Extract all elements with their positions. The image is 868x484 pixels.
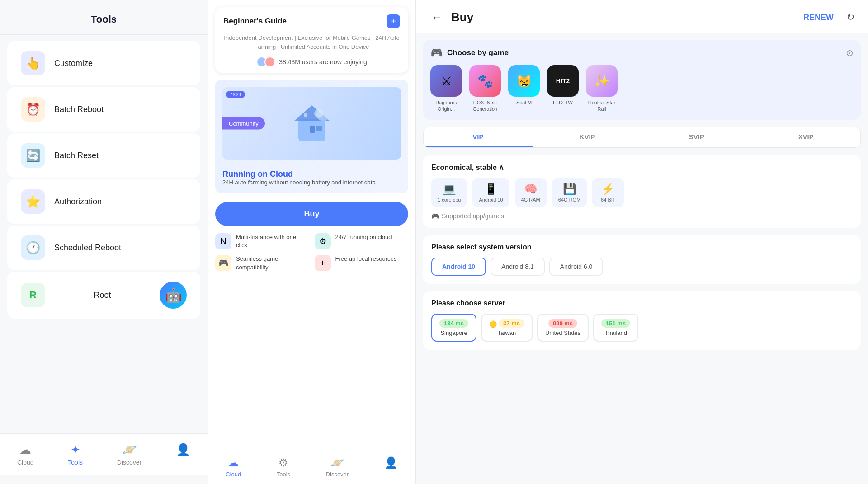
server-title: Please choose server [431,299,505,307]
server-thailand[interactable]: 151 ms Thailand [593,314,638,342]
nav-profile[interactable]: 👤 [167,441,199,468]
supported-link-text: Supported app/games [442,212,504,220]
multi-instance-icon: N [215,233,231,249]
spec-cpu-label: 1 core cpu [438,197,461,202]
server-us[interactable]: 999 ms United States [537,314,589,342]
game-label-rox: ROX: Next Generation [469,99,501,113]
spec-ram: 🧠 4G RAM [515,178,547,207]
nav-cloud-label: Cloud [17,459,34,466]
game-item-hit2[interactable]: HIT2 HIT2 TW [547,65,579,113]
svg-rect-5 [310,126,315,133]
right-panel: ← Buy RENEW ↻ 🎮 Choose by game ⊙ ⚔ Ragna… [416,0,868,484]
feature-item-cloud: ⚙ 24/7 running on cloud [315,233,409,249]
tool-label-authorization: Authorization [54,197,102,207]
mnav-cloud[interactable]: ☁ Cloud [226,456,241,478]
server-singapore[interactable]: 134 ms Singapore [431,314,476,342]
nav-cloud[interactable]: ☁ Cloud [8,441,43,468]
avatar-group [256,56,275,67]
collapse-button[interactable]: ⊙ [846,47,854,58]
choose-game-header: 🎮 Choose by game ⊙ [430,47,854,59]
game-label-seal: Seal M [516,99,532,106]
system-version-header: Please select system version [431,243,853,251]
kvip-tab[interactable]: KVIP [533,127,642,147]
middle-bottom-nav: ☁ Cloud ⚙ Tools 🪐 Discover 👤 [208,450,415,484]
tool-label-customize: Customize [54,59,93,68]
system-version-title: Please select system version [431,243,531,251]
game-thumb-rox: 🐾 [469,65,501,97]
nav-tools[interactable]: ✦ Tools [59,441,92,468]
tool-item-root[interactable]: R Root 🤖 [7,272,200,319]
game-label-hit2: HIT2 TW [553,99,573,106]
game-item-seal[interactable]: 😸 Seal M [508,65,540,113]
resources-icon: + [315,255,331,271]
feature-item-multiinstance: N Multi-Instance with one click [215,233,309,249]
supported-link-icon: 🎮 [431,212,439,220]
game-thumb-seal: 😸 [508,65,540,97]
xvip-tab[interactable]: XVIP [751,127,860,147]
spec-ram-label: 4G RAM [521,197,540,202]
games-list: ⚔ Ragnarok Origin... 🐾 ROX: Next Generat… [430,65,854,113]
game-item-honkai[interactable]: ✨ Honkai: Star Rail [586,65,618,113]
mnav-profile[interactable]: 👤 [384,456,398,478]
mnav-tools[interactable]: ⚙ Tools [277,456,290,478]
back-button[interactable]: ← [429,9,444,25]
guide-subtitle: Independent Development | Exclusive for … [215,32,408,55]
android81-button[interactable]: Android 8.1 [491,258,545,276]
svg-rect-4 [304,113,307,117]
plus-button[interactable]: + [387,14,400,28]
user-count: 38.43M users are now enjoying [215,55,408,73]
svip-tab[interactable]: SVIP [642,127,752,147]
left-panel: Tools 👆 Customize ⏰ Batch Reboot 🔄 Batch… [0,0,208,484]
server-taiwan[interactable]: 🟡 37 ms Taiwan [481,314,533,342]
discover-icon: 🪐 [122,443,137,457]
tool-item-batch-reboot[interactable]: ⏰ Batch Reboot [7,87,200,132]
vip-tab[interactable]: VIP [424,127,533,147]
thailand-label: Thailand [604,329,627,336]
guide-header: Beginner's Guide + [215,7,408,32]
spec-bit: ⚡ 64 BIT [592,178,624,207]
bit-icon: ⚡ [601,183,615,195]
supported-games-link[interactable]: 🎮 Supported app/games [431,212,853,220]
cpu-icon: 💻 [443,183,456,195]
android10-button[interactable]: Android 10 [431,258,486,276]
svg-rect-6 [316,126,322,131]
spec-rom-label: 64G ROM [558,197,581,202]
mnav-tools-label: Tools [277,471,290,478]
right-header: ← Buy RENEW ↻ [416,0,868,33]
tools-icon: ✦ [71,443,80,457]
android60-button[interactable]: Android 6.0 [549,258,604,276]
mnav-discover[interactable]: 🪐 Discover [326,456,349,478]
profile-icon: 👤 [176,443,190,457]
banner-tag: 7X24 [226,91,245,98]
tool-item-scheduled-reboot[interactable]: 🕐 Scheduled Reboot [7,226,200,270]
game-item-ragnarok[interactable]: ⚔ Ragnarok Origin... [430,65,462,113]
server-options: 134 ms Singapore 🟡 37 ms Taiwan 999 ms U… [431,314,853,342]
mnav-discover-label: Discover [326,471,349,478]
game-item-rox[interactable]: 🐾 ROX: Next Generation [469,65,501,113]
mnav-discover-icon: 🪐 [330,456,344,469]
tool-item-customize[interactable]: 👆 Customize [7,41,200,85]
middle-panel: Beginner's Guide + Independent Developme… [208,0,416,484]
feature-item-compatibility: 🎮 Seamless game compatibility [215,255,309,271]
system-version-section: Please select system version Android 10 … [423,235,861,284]
tool-item-authorization[interactable]: ⭐ Authorization [7,179,200,224]
refresh-button[interactable]: ↻ [846,11,854,23]
ram-icon: 🧠 [524,183,538,195]
feature-item-text: Seamless game compatibility [236,255,309,271]
tool-item-batch-reset[interactable]: 🔄 Batch Reset [7,133,200,178]
spec-cpu: 💻 1 core cpu [431,178,467,207]
mnav-tools-icon: ⚙ [278,456,288,469]
specs-header: Economical, stable ∧ [431,163,853,172]
tool-label-scheduled-reboot: Scheduled Reboot [54,243,121,253]
nav-tools-label: Tools [68,459,83,466]
feature-item-text: Multi-Instance with one click [236,233,309,249]
renew-button[interactable]: RENEW [803,13,834,22]
feature-item-resources: + Free up local resources [315,255,409,271]
mnav-profile-icon: 👤 [384,456,398,469]
tool-icon-root: R [21,283,45,307]
buy-button[interactable]: Buy [215,202,408,226]
nav-discover[interactable]: 🪐 Discover [108,441,151,468]
thailand-ping: 151 ms [601,319,630,328]
taiwan-flag-icon: 🟡 [489,320,497,328]
cloud-icon: ☁ [19,443,31,457]
